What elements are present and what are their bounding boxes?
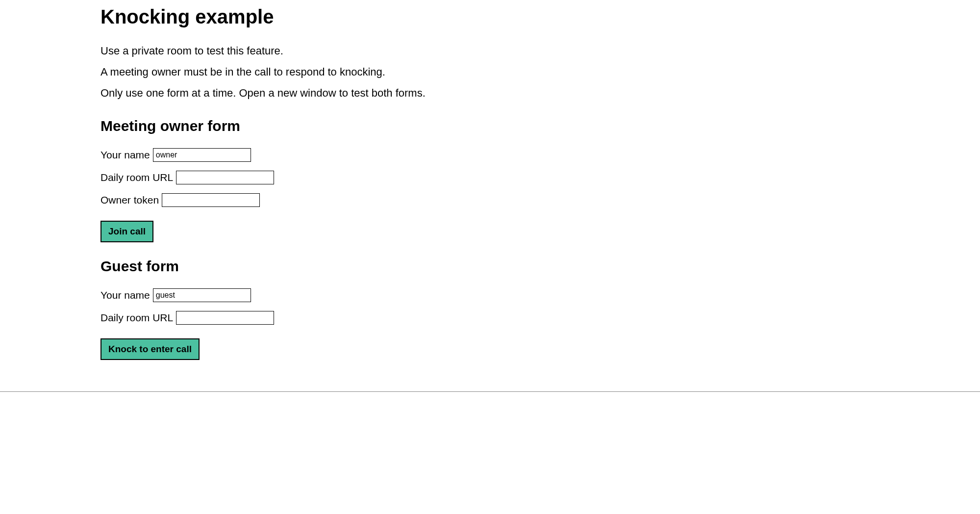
- description-line-1: Use a private room to test this feature.: [101, 42, 879, 59]
- knock-to-enter-button[interactable]: Knock to enter call: [101, 338, 200, 360]
- guest-url-label: Daily room URL: [101, 312, 173, 324]
- owner-name-label: Your name: [101, 149, 150, 161]
- owner-token-label: Owner token: [101, 194, 159, 206]
- owner-url-row: Daily room URL: [101, 171, 879, 184]
- guest-name-label: Your name: [101, 289, 150, 301]
- guest-form-heading: Guest form: [101, 258, 879, 275]
- description-line-2: A meeting owner must be in the call to r…: [101, 63, 879, 80]
- owner-url-label: Daily room URL: [101, 172, 173, 183]
- guest-name-row: Your name: [101, 288, 879, 302]
- page-title: Knocking example: [101, 5, 879, 28]
- owner-url-input[interactable]: [176, 171, 274, 184]
- description-line-3: Only use one form at a time. Open a new …: [101, 84, 879, 102]
- guest-name-input[interactable]: [153, 288, 251, 302]
- guest-url-input[interactable]: [176, 311, 274, 325]
- page-container: Knocking example Use a private room to t…: [0, 0, 980, 375]
- guest-url-row: Daily room URL: [101, 311, 879, 325]
- owner-token-input[interactable]: [162, 193, 260, 207]
- join-call-button[interactable]: Join call: [101, 221, 153, 242]
- owner-form-heading: Meeting owner form: [101, 118, 879, 134]
- owner-token-row: Owner token: [101, 193, 879, 207]
- owner-name-row: Your name: [101, 148, 879, 162]
- divider-line: [0, 391, 980, 392]
- owner-name-input[interactable]: [153, 148, 251, 162]
